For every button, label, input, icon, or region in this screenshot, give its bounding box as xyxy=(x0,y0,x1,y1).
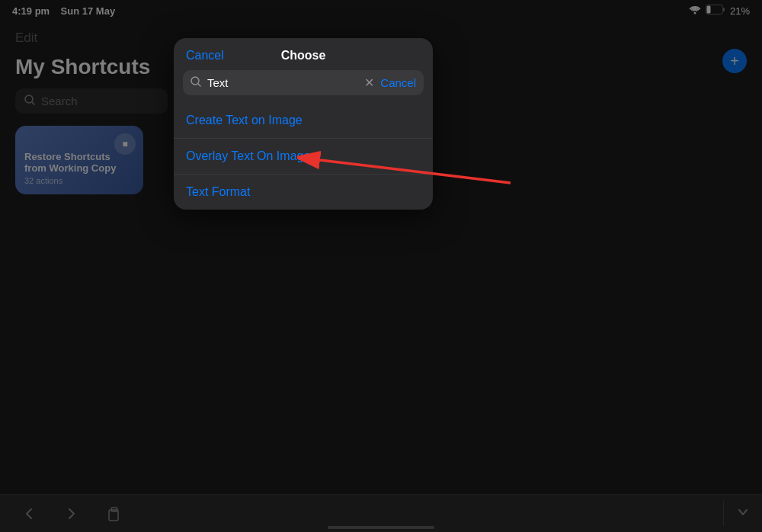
modal-cancel-button[interactable]: Cancel xyxy=(186,49,224,62)
modal-search-icon xyxy=(190,76,201,90)
modal-search-cancel-button[interactable]: Cancel xyxy=(380,76,416,89)
modal-search-bar[interactable]: ✕ Cancel xyxy=(183,70,424,95)
choose-modal: Cancel Choose ✕ Cancel Create Text on Im… xyxy=(174,38,433,210)
modal-title: Choose xyxy=(281,49,326,62)
list-item[interactable]: Text Format xyxy=(174,175,433,210)
list-item[interactable]: Overlay Text On Image xyxy=(174,139,433,175)
svg-line-7 xyxy=(198,84,200,86)
modal-header: Cancel Choose xyxy=(174,38,433,62)
list-item[interactable]: Create Text on Image xyxy=(174,103,433,139)
modal-results-list: Create Text on Image Overlay Text On Ima… xyxy=(174,103,433,210)
clear-search-button[interactable]: ✕ xyxy=(364,75,374,90)
modal-search-input[interactable] xyxy=(207,76,358,89)
